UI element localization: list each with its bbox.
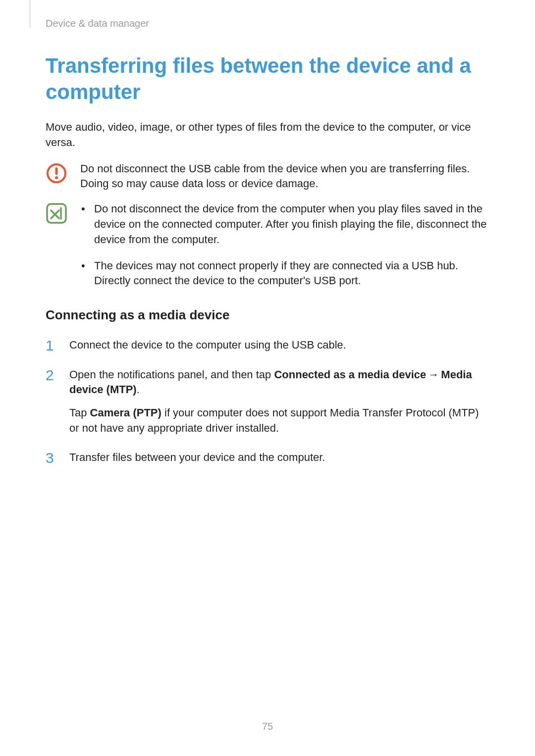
step-1: 1 Connect the device to the computer usi… [46,338,489,353]
page-number: 75 [0,721,535,732]
bold-run: Camera (PTP) [90,406,161,419]
step-body: Connect the device to the computer using… [69,338,489,353]
crop-mark [30,0,30,28]
intro-paragraph: Move audio, video, image, or other types… [46,120,489,151]
document-page: Device & data manager Transferring files… [0,0,535,756]
step-body: Transfer files between your device and t… [69,450,489,466]
info-note: Do not disconnect the device from the co… [46,202,489,289]
step-text: Tap Camera (PTP) if your computer does n… [69,405,489,436]
step-number: 3 [46,450,59,466]
svg-point-2 [55,176,58,179]
text-run: Open the notifications panel, and then t… [69,368,274,381]
caution-text: Do not disconnect the USB cable from the… [80,161,489,192]
step-body: Open the notifications panel, and then t… [69,367,489,436]
section-header: Device & data manager [46,18,489,29]
note-icon [46,202,67,224]
subheading: Connecting as a media device [46,307,489,323]
arrow-icon: → [426,368,441,381]
text-run: Tap [69,406,90,419]
step-text: Transfer files between your device and t… [69,450,489,465]
page-title: Transferring files between the device an… [46,53,489,105]
info-bullet-list: Do not disconnect the device from the co… [80,202,489,289]
info-bullet-item: The devices may not connect properly if … [80,258,489,289]
info-bullet-item: Do not disconnect the device from the co… [80,202,489,247]
info-note-body: Do not disconnect the device from the co… [80,202,489,289]
step-number: 1 [46,338,59,353]
text-run: . [137,383,140,396]
svg-rect-1 [55,167,58,175]
caution-note: Do not disconnect the USB cable from the… [46,161,489,192]
step-text: Connect the device to the computer using… [69,338,489,353]
caution-icon [46,162,67,184]
step-text: Open the notifications panel, and then t… [69,367,489,398]
step-number: 2 [46,367,59,436]
step-3: 3 Transfer files between your device and… [46,450,489,466]
bold-run: Connected as a media device [274,368,426,381]
step-2: 2 Open the notifications panel, and then… [46,367,489,436]
